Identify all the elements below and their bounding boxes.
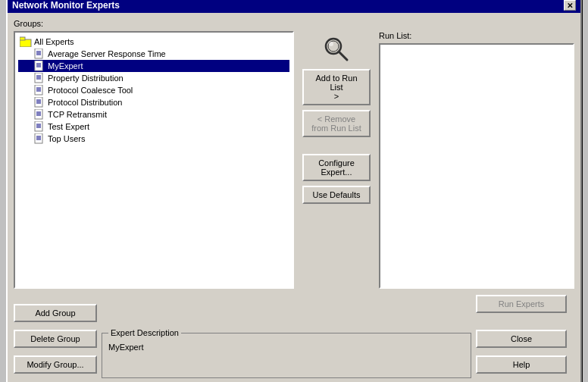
doc-icon xyxy=(33,85,45,96)
doc-icon xyxy=(33,97,45,108)
tree-item-label-tcp: TCP Retransmit xyxy=(48,110,107,119)
tree-item[interactable]: Test Expert xyxy=(18,121,289,133)
tree-item[interactable]: Top Users xyxy=(18,133,289,145)
tree-item[interactable]: TCP Retransmit xyxy=(18,108,289,121)
run-list-box[interactable] xyxy=(379,43,574,289)
tree-item[interactable]: Protocol Distribution xyxy=(18,96,289,108)
close-button[interactable]: Close xyxy=(476,330,567,348)
add-to-run-list-button[interactable]: Add to Run List > xyxy=(302,69,371,105)
configure-expert-button[interactable]: Configure Expert... xyxy=(302,154,371,181)
groups-label: Groups: xyxy=(14,19,574,28)
tree-item[interactable]: Protocol Coalesce Tool xyxy=(18,84,289,96)
doc-icon xyxy=(33,109,45,120)
delete-group-button[interactable]: Delete Group xyxy=(14,330,97,348)
tree-item[interactable]: Average Server Response Time xyxy=(18,48,289,60)
doc-icon xyxy=(33,133,45,144)
modify-group-button[interactable]: Modify Group... xyxy=(14,355,97,374)
doc-icon xyxy=(33,49,45,59)
tree-item-label-prop: Property Distribution xyxy=(48,74,124,83)
tree-item-label-topusers: Top Users xyxy=(48,134,86,143)
svg-point-37 xyxy=(329,42,333,46)
expert-description-group: Expert Description MyExpert xyxy=(102,333,471,378)
main-window: Network Monitor Experts ✕ Groups: All Ex… xyxy=(6,0,582,382)
tree-item-label-coalesce: Protocol Coalesce Tool xyxy=(48,86,133,95)
use-defaults-button[interactable]: Use Defaults xyxy=(302,186,371,204)
right-buttons: Run Experts Close Help xyxy=(476,295,574,378)
close-icon[interactable]: ✕ xyxy=(564,0,576,11)
expert-description-legend: Expert Description xyxy=(108,328,181,337)
tree-item-label-myexpert: MyExpert xyxy=(48,61,83,70)
tree-item-selected[interactable]: MyExpert xyxy=(18,60,289,72)
tree-item-label-test: Test Expert xyxy=(48,122,89,131)
doc-icon xyxy=(33,121,45,132)
folder-open-icon xyxy=(20,36,32,47)
remove-from-run-list-button[interactable]: < Remove from Run List xyxy=(302,110,371,137)
bottom-area: Add Group Delete Group Modify Group... E… xyxy=(14,295,574,378)
doc-icon xyxy=(33,73,45,83)
window-content: Groups: All Experts xyxy=(8,13,580,382)
tree-item-label-protocol: Protocol Distribution xyxy=(48,98,122,107)
left-buttons: Add Group Delete Group Modify Group... xyxy=(14,304,97,378)
expert-description-text: MyExpert xyxy=(108,343,464,352)
run-experts-button[interactable]: Run Experts xyxy=(476,295,567,313)
svg-rect-1 xyxy=(20,37,25,40)
center-panel: Add to Run List > < Remove from Run List… xyxy=(299,31,374,289)
tree-item[interactable]: Property Distribution xyxy=(18,72,289,84)
magnifier-icon xyxy=(321,34,352,64)
window-title: Network Monitor Experts xyxy=(12,0,120,11)
run-list-label: Run List: xyxy=(379,31,574,40)
tree-root-item[interactable]: All Experts xyxy=(18,36,289,48)
run-list-panel: Run List: xyxy=(379,31,574,289)
svg-line-36 xyxy=(339,52,347,60)
add-group-button[interactable]: Add Group xyxy=(14,304,97,322)
title-bar: Network Monitor Experts ✕ xyxy=(8,0,580,13)
tree-root-label: All Experts xyxy=(34,37,74,46)
tree-panel[interactable]: All Experts Average Server Response Time xyxy=(14,31,294,289)
main-area: All Experts Average Server Response Time xyxy=(14,31,574,289)
doc-icon-selected xyxy=(33,61,45,71)
tree-item-label: Average Server Response Time xyxy=(48,49,166,58)
help-button[interactable]: Help xyxy=(476,355,567,374)
